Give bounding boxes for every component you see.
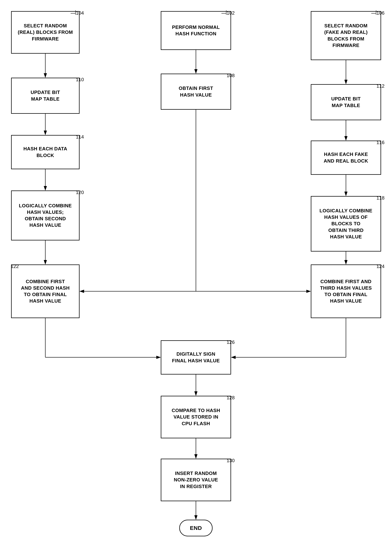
ref-108: 108 <box>227 73 235 79</box>
box-compare-hash-label: COMPARE TO HASHVALUE STORED INCPU FLASH <box>172 407 220 427</box>
box-update-bitmap-right-label: UPDATE BITMAP TABLE <box>331 96 361 108</box>
box-hash-fake-real-label: HASH EACH FAKEAND REAL BLOCK <box>324 151 368 164</box>
box-combine-first-second-label: COMBINE FIRSTAND SECOND HASHTO OBTAIN FI… <box>21 278 69 304</box>
box-select-fake: SELECT RANDOM(FAKE AND REAL)BLOCKS FROMF… <box>311 11 381 60</box>
ref-112: 112 <box>376 83 384 89</box>
box-hash-fake-real: HASH EACH FAKEAND REAL BLOCK <box>311 141 381 175</box>
box-combine-first-second: COMBINE FIRSTAND SECOND HASHTO OBTAIN FI… <box>11 265 80 318</box>
box-perform-hash-label: PERFORM NORMALHASH FUNCTION <box>172 24 220 37</box>
ref-104: 104 <box>76 10 84 16</box>
box-update-bitmap-left: UPDATE BITMAP TABLE <box>11 78 80 114</box>
ref-122: 122 <box>11 264 19 269</box>
box-update-bitmap-left-label: UPDATE BITMAP TABLE <box>30 89 60 102</box>
ref-120: 120 <box>76 190 84 195</box>
box-select-real-label: SELECT RANDOM(REAL) BLOCKS FROMFIRMWARE <box>18 23 73 42</box>
box-perform-hash: PERFORM NORMALHASH FUNCTION <box>161 11 231 50</box>
box-update-bitmap-right: UPDATE BITMAP TABLE <box>311 84 381 120</box>
box-digitally-sign: DIGITALLY SIGNFINAL HASH VALUE <box>161 340 231 374</box>
box-combine-first-third: COMBINE FIRST ANDTHIRD HASH VALUESTO OBT… <box>311 265 381 318</box>
box-insert-random: INSERT RANDOMNON-ZERO VALUEIN REGISTER <box>161 459 231 501</box>
ref-124: 124 <box>376 264 384 269</box>
box-end: END <box>179 520 213 536</box>
box-compare-hash: COMPARE TO HASHVALUE STORED INCPU FLASH <box>161 396 231 438</box>
box-combine-first-third-label: COMBINE FIRST ANDTHIRD HASH VALUESTO OBT… <box>320 278 372 304</box>
box-logically-combine-left: LOGICALLY COMBINEHASH VALUES;OBTAIN SECO… <box>11 191 80 240</box>
ref-130: 130 <box>227 458 235 464</box>
box-insert-random-label: INSERT RANDOMNON-ZERO VALUEIN REGISTER <box>174 470 218 490</box>
flowchart-diagram: SELECT RANDOM(REAL) BLOCKS FROMFIRMWARE … <box>0 0 392 543</box>
box-logically-combine-right: LOGICALLY COMBINEHASH VALUES OFBLOCKS TO… <box>311 196 381 252</box>
box-digitally-sign-label: DIGITALLY SIGNFINAL HASH VALUE <box>172 351 220 364</box>
box-logically-combine-left-label: LOGICALLY COMBINEHASH VALUES;OBTAIN SECO… <box>19 203 72 228</box>
ref-118: 118 <box>376 195 384 201</box>
box-hash-each-block: HASH EACH DATABLOCK <box>11 135 80 169</box>
box-select-real: SELECT RANDOM(REAL) BLOCKS FROMFIRMWARE <box>11 11 80 54</box>
ref-116: 116 <box>376 140 384 145</box>
ref-102: 102 <box>227 10 235 16</box>
ref-128: 128 <box>227 395 235 401</box>
box-obtain-first-hash-label: OBTAIN FIRSTHASH VALUE <box>179 85 213 98</box>
box-logically-combine-right-label: LOGICALLY COMBINEHASH VALUES OFBLOCKS TO… <box>319 208 372 240</box>
box-obtain-first-hash: OBTAIN FIRSTHASH VALUE <box>161 74 231 110</box>
box-end-label: END <box>190 524 202 532</box>
ref-126: 126 <box>227 339 235 345</box>
box-hash-each-block-label: HASH EACH DATABLOCK <box>23 146 67 158</box>
ref-114: 114 <box>76 134 84 140</box>
ref-110: 110 <box>76 77 84 83</box>
box-select-fake-label: SELECT RANDOM(FAKE AND REAL)BLOCKS FROMF… <box>324 23 368 48</box>
ref-106: 106 <box>376 10 384 16</box>
